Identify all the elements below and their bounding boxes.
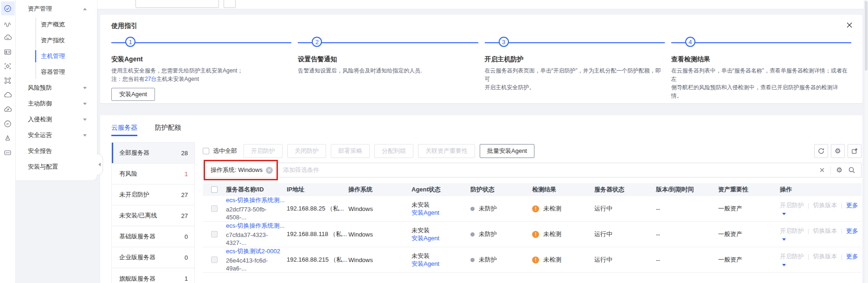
agent-status-cell: 未安装安装Agent — [411, 201, 470, 217]
step-number: 2 — [312, 37, 322, 47]
cone-alert-icon[interactable] — [1, 131, 15, 145]
table-select-all-checkbox[interactable] — [211, 186, 218, 193]
sidebar-item-risk-prevention[interactable]: 风险预防 — [16, 80, 97, 96]
server-name-link[interactable]: ecs-切换测试2-0002 — [226, 247, 287, 255]
clear-icon[interactable] — [819, 167, 825, 173]
sidebar-item-security-report[interactable]: 安全报告 — [16, 143, 97, 159]
server-status: 运行中 — [594, 204, 656, 213]
table-header-row: 服务器名称/IDIP地址操作系统Agent状态防护状态检测结果服务器状态版本/到… — [203, 183, 862, 196]
switch-edition-link[interactable]: 切换版本 — [813, 202, 837, 209]
waves-icon[interactable] — [1, 16, 15, 30]
bracket-box-icon[interactable] — [1, 73, 15, 87]
sidebar-item-asset-overview[interactable]: 资产概览 — [16, 17, 97, 33]
sidebar-item-intrusion-detection[interactable]: 入侵检测 — [16, 112, 97, 127]
server-category-not-installed-offline[interactable]: 未安装/已离线27 — [112, 205, 194, 226]
cloud-icon[interactable] — [1, 88, 15, 102]
server-category-all-servers[interactable]: 全部服务器28 — [112, 143, 194, 164]
version-expiry: -- — [656, 205, 718, 212]
action-divider: | — [841, 253, 842, 260]
guide-step-enable-protection: 3 开启主机防护 在云服务器列表页面，单击“开启防护”，并为主机分配一个防护配额… — [485, 37, 665, 101]
asset-importance: 一般资产 — [718, 256, 780, 264]
chevron-down-icon — [83, 87, 87, 89]
row-checkbox-cell — [203, 231, 226, 237]
export-icon — [851, 147, 858, 155]
guide-step-view-results: 4 查看检测结果 在云服务器列表中，单击“服务器名称”，查看单服务器检测详情；或… — [671, 37, 851, 101]
server-tabs: 云服务器 防护配额 — [100, 115, 862, 136]
caret-down-icon — [782, 264, 786, 266]
sidebar-item-label: 主机管理 — [41, 52, 65, 60]
sidebar-item-proactive-defense[interactable]: 主动防御 — [16, 96, 97, 112]
row-checkbox[interactable] — [211, 205, 218, 212]
row-checkbox[interactable] — [211, 231, 218, 237]
truncated-input[interactable] — [135, 0, 219, 8]
sidebar-item-security-operations[interactable]: 安全运营 — [16, 127, 97, 143]
install-agent-link[interactable]: 安装Agent — [411, 234, 470, 242]
column-header: 操作 — [780, 185, 862, 194]
column-header: 版本/到期时间 — [656, 185, 718, 194]
deploy-policy-button[interactable]: 部署策略 — [331, 144, 370, 158]
diamond-scan-icon[interactable] — [1, 59, 15, 73]
row-checkbox-cell — [203, 257, 226, 263]
scrollbar-thumb[interactable] — [865, 1, 868, 71]
sidebar-collapse-handle[interactable] — [96, 154, 102, 175]
action-divider: | — [808, 202, 809, 209]
enable-protection-link[interactable]: 开启防护 — [780, 202, 804, 209]
filter-settings-gear-icon[interactable]: ⚙ — [836, 166, 842, 174]
install-agent-link[interactable]: 安装Agent — [411, 260, 470, 268]
install-agent-button[interactable]: 安装Agent — [111, 88, 155, 101]
install-agent-link[interactable]: 安装Agent — [411, 209, 470, 217]
disable-protection-button[interactable]: 关闭防护 — [287, 144, 326, 158]
filter-tag-os-windows[interactable]: 操作系统: Windows ✕ — [209, 165, 275, 176]
category-count: 0 — [185, 254, 188, 261]
tab-cloud-servers[interactable]: 云服务器 — [111, 124, 137, 136]
message-dots-icon[interactable] — [1, 145, 15, 159]
sidebar-item-asset-fingerprint[interactable]: 资产指纹 — [16, 33, 97, 48]
link-asset-importance-button[interactable]: 关联资产重要性 — [418, 144, 475, 158]
cloud-server-icon[interactable] — [1, 30, 15, 44]
enable-protection-button[interactable]: 开启防护 — [244, 144, 283, 158]
agent-missing-count-link[interactable]: 27台 — [145, 76, 156, 82]
server-category-at-risk[interactable]: 有风险1 — [112, 164, 194, 184]
sidebar-tree-line — [35, 18, 36, 79]
server-name-link[interactable]: ecs-切换操作系统测... — [226, 196, 287, 204]
server-category-basic-edition[interactable]: 基础版服务器0 — [112, 226, 194, 247]
enable-protection-link[interactable]: 开启防护 — [780, 253, 804, 260]
row-checkbox[interactable] — [211, 257, 218, 263]
filter-search-bar[interactable]: 操作系统: Windows ✕ 添加筛选条件 ⚙ — [203, 163, 862, 178]
ip-circle-icon[interactable]: IP — [1, 117, 15, 131]
select-all-checkbox[interactable] — [203, 148, 209, 154]
sidebar-item-host-management[interactable]: 主机管理 — [16, 48, 97, 64]
switch-edition-link[interactable]: 切换版本 — [813, 253, 837, 260]
asset-importance: 一般资产 — [718, 230, 780, 238]
remove-tag-icon[interactable]: ✕ — [266, 167, 273, 174]
server-category-unprotected[interactable]: 未开启防护27 — [112, 184, 194, 205]
tab-protection-quota[interactable]: 防护配额 — [155, 124, 181, 136]
close-icon[interactable] — [845, 20, 854, 30]
search-icon[interactable] — [848, 166, 855, 174]
id-card-icon[interactable] — [1, 45, 15, 59]
sidebar-item-installation-config[interactable]: 安装与配置 — [16, 159, 97, 175]
agent-status-cell: 未安装安装Agent — [411, 226, 470, 242]
caret-down-icon — [782, 213, 786, 215]
cloud-arrow-icon[interactable] — [1, 102, 15, 116]
refresh-button[interactable] — [814, 144, 828, 158]
status-dot-icon — [470, 258, 475, 262]
shield-check-icon[interactable] — [1, 1, 15, 15]
enable-protection-link[interactable]: 开启防护 — [780, 227, 804, 234]
usage-guide-panel: 使用指引 1 安装Agent 使用主机安全服务，您需要先给防护主机安装Agent… — [100, 15, 862, 103]
table-settings-button[interactable]: ⚙ — [831, 144, 845, 158]
sidebar-item-label: 风险预防 — [28, 84, 52, 92]
assign-to-group-button[interactable]: 分配到组 — [374, 144, 413, 158]
server-category-premium-edition[interactable]: 旗舰版服务器1 — [112, 268, 194, 283]
export-button[interactable] — [848, 144, 862, 158]
sidebar-item-asset-management[interactable]: 资产管理 — [16, 1, 97, 17]
switch-edition-link[interactable]: 切换版本 — [813, 227, 837, 234]
operating-system: Windows — [348, 205, 411, 212]
truncated-button[interactable] — [224, 0, 236, 8]
vertical-scrollbar[interactable] — [864, 0, 868, 283]
sidebar-item-container-management[interactable]: 容器管理 — [16, 64, 97, 80]
server-category-enterprise-edition[interactable]: 企业版服务器0 — [112, 247, 194, 268]
batch-install-agent-button[interactable]: 批量安装Agent — [480, 144, 534, 158]
server-name-link[interactable]: ecs-切换操作系统测... — [226, 222, 287, 230]
server-status: 运行中 — [594, 256, 656, 264]
